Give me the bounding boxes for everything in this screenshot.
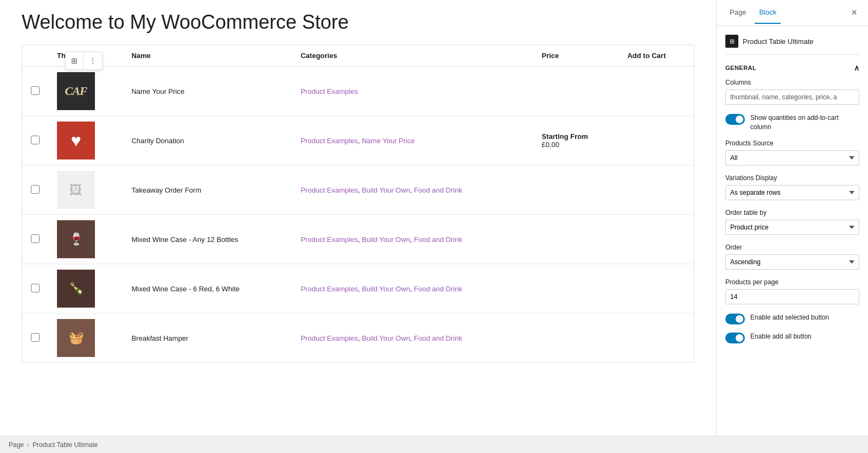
- category-link[interactable]: Build Your Own: [362, 334, 410, 342]
- page-title: Welcome to My WooCommerce Store: [22, 11, 694, 34]
- category-link[interactable]: Food and Drink: [414, 334, 462, 342]
- product-name: Takeaway Order Form: [131, 186, 201, 194]
- product-thumbnail: 🍾: [57, 270, 95, 308]
- category-link[interactable]: Build Your Own: [362, 285, 410, 293]
- products-source-field-group: Products Source All Category Tag Custom: [725, 139, 859, 165]
- product-name: Name Your Price: [131, 87, 184, 95]
- close-button[interactable]: ×: [849, 5, 859, 21]
- table-row: 🧺Breakfast HamperProduct Examples, Build…: [22, 314, 694, 363]
- product-add-to-cart: [618, 264, 694, 314]
- columns-input[interactable]: [725, 90, 859, 105]
- category-link[interactable]: Product Examples: [301, 87, 358, 95]
- product-name: Mixed Wine Case - Any 12 Bottles: [131, 235, 238, 244]
- category-link[interactable]: Build Your Own: [362, 235, 410, 244]
- products-per-page-field-group: Products per page: [725, 278, 859, 304]
- table-row: ♥Charity DonationProduct Examples, Name …: [22, 116, 694, 165]
- breadcrumb-separator: ›: [27, 441, 29, 449]
- order-table-by-field-group: Order table by Product price Product nam…: [725, 209, 859, 235]
- category-link[interactable]: Product Examples: [301, 186, 358, 194]
- product-categories: Product Examples, Build Your Own, Food a…: [301, 235, 462, 244]
- sidebar-block-title: Product Table Ultimate: [743, 37, 814, 46]
- sidebar: Page Block × ⊞ Product Table Ultimate Ge…: [716, 0, 868, 436]
- tab-block[interactable]: Block: [755, 2, 781, 24]
- category-link[interactable]: Food and Drink: [414, 235, 462, 244]
- products-per-page-label: Products per page: [725, 278, 859, 286]
- product-thumbnail: 🍷: [57, 220, 95, 258]
- product-categories: Product Examples, Build Your Own, Food a…: [301, 334, 462, 342]
- variations-display-field-group: Variations Display As separate rows As d…: [725, 174, 859, 200]
- columns-field-group: Columns: [725, 79, 859, 105]
- block-transform-button[interactable]: ⊞: [66, 52, 84, 69]
- breadcrumb-current: Product Table Ultimate: [33, 441, 98, 449]
- block-options-button[interactable]: ⋮: [84, 52, 102, 69]
- col-categories: Categories: [292, 45, 533, 67]
- show-quantities-toggle-row: Show quantities on add-to-cart column: [725, 113, 859, 132]
- table-row: 🖼Takeaway Order FormProduct Examples, Bu…: [22, 165, 694, 215]
- block-title-row: ⊞ Product Table Ultimate: [725, 35, 859, 55]
- variations-display-select[interactable]: As separate rows As dropdown As separate…: [725, 185, 859, 200]
- products-per-page-input[interactable]: [725, 289, 859, 304]
- category-link[interactable]: Product Examples: [301, 235, 358, 244]
- sidebar-content: ⊞ Product Table Ultimate General ∧ Colum…: [717, 26, 868, 360]
- product-add-to-cart: [618, 67, 694, 116]
- product-name: Breakfast Hamper: [131, 334, 188, 342]
- product-add-to-cart: [618, 116, 694, 165]
- row-checkbox[interactable]: [31, 333, 40, 342]
- variations-display-label: Variations Display: [725, 174, 859, 182]
- enable-add-all-label: Enable add all button: [750, 332, 812, 341]
- product-categories: Product Examples, Build Your Own, Food a…: [301, 186, 462, 194]
- col-add-to-cart: Add to Cart: [618, 45, 694, 67]
- product-categories: Product Examples, Build Your Own, Food a…: [301, 285, 462, 293]
- row-checkbox[interactable]: [31, 234, 40, 243]
- enable-add-selected-toggle-row: Enable add selected button: [725, 313, 859, 324]
- block-icon: ⊞: [725, 35, 738, 48]
- show-quantities-label: Show quantities on add-to-cart column: [750, 113, 859, 132]
- bottom-bar: Page › Product Table Ultimate: [0, 436, 868, 453]
- table-row: CAFName Your PriceProduct Examples: [22, 67, 694, 116]
- product-thumbnail: ♥: [57, 122, 95, 159]
- product-name: Mixed Wine Case - 6 Red, 6 White: [131, 285, 239, 293]
- row-checkbox[interactable]: [31, 284, 40, 292]
- product-add-to-cart: [618, 165, 694, 215]
- enable-add-selected-toggle[interactable]: [725, 314, 745, 324]
- col-price: Price: [533, 45, 619, 67]
- enable-add-all-toggle[interactable]: [725, 333, 745, 343]
- order-select[interactable]: Ascending Descending: [725, 254, 859, 270]
- category-link[interactable]: Build Your Own: [362, 186, 410, 194]
- order-field-group: Order Ascending Descending: [725, 244, 859, 270]
- block-toolbar: ⊞ ⋮: [65, 52, 103, 70]
- order-label: Order: [725, 244, 859, 251]
- show-quantities-toggle[interactable]: [725, 114, 745, 125]
- product-table-wrapper: Thumbnail Name Categories Price Add to C…: [22, 44, 694, 363]
- col-check: [22, 45, 48, 67]
- order-table-by-select[interactable]: Product price Product name Date ID: [725, 220, 859, 235]
- section-chevron[interactable]: ∧: [854, 63, 860, 72]
- category-link[interactable]: Product Examples: [301, 137, 358, 145]
- order-table-by-label: Order table by: [725, 209, 859, 216]
- columns-label: Columns: [725, 79, 859, 86]
- product-categories: Product Examples, Name Your Price: [301, 137, 414, 145]
- category-link[interactable]: Product Examples: [301, 334, 358, 342]
- product-name: Charity Donation: [131, 137, 184, 145]
- products-source-select[interactable]: All Category Tag Custom: [725, 150, 859, 165]
- breadcrumb-parent[interactable]: Page: [9, 441, 24, 449]
- product-thumbnail: 🧺: [57, 319, 95, 357]
- col-name: Name: [123, 45, 292, 67]
- category-link[interactable]: Food and Drink: [414, 285, 462, 293]
- row-checkbox[interactable]: [31, 185, 40, 194]
- product-thumbnail: CAF: [57, 72, 95, 110]
- product-thumbnail: 🖼: [57, 171, 95, 209]
- table-row: 🍷Mixed Wine Case - Any 12 BottlesProduct…: [22, 215, 694, 264]
- row-checkbox[interactable]: [31, 136, 40, 144]
- product-categories: Product Examples: [301, 87, 358, 95]
- table-row: 🍾Mixed Wine Case - 6 Red, 6 WhiteProduct…: [22, 264, 694, 314]
- row-checkbox[interactable]: [31, 86, 40, 95]
- tab-page[interactable]: Page: [725, 2, 750, 24]
- category-link[interactable]: Product Examples: [301, 285, 358, 293]
- category-link[interactable]: Name Your Price: [362, 137, 415, 145]
- category-link[interactable]: Food and Drink: [414, 186, 462, 194]
- product-add-to-cart: [618, 215, 694, 264]
- enable-add-all-toggle-row: Enable add all button: [725, 332, 859, 343]
- product-table: Thumbnail Name Categories Price Add to C…: [22, 45, 694, 362]
- sidebar-tabs: Page Block ×: [717, 0, 868, 26]
